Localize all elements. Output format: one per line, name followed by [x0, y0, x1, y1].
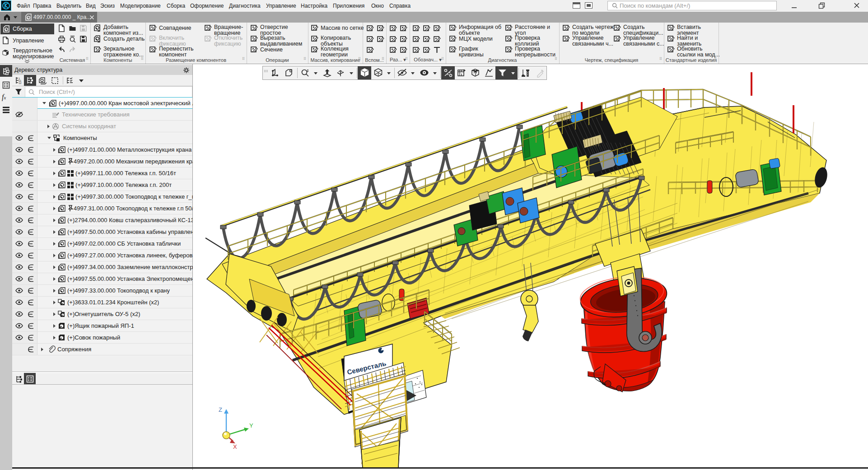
svg-text:Z: Z	[219, 406, 222, 413]
svg-text:X: X	[233, 443, 237, 450]
svg-text:Y: Y	[249, 422, 253, 429]
svg-text:12: 12	[19, 82, 22, 84]
